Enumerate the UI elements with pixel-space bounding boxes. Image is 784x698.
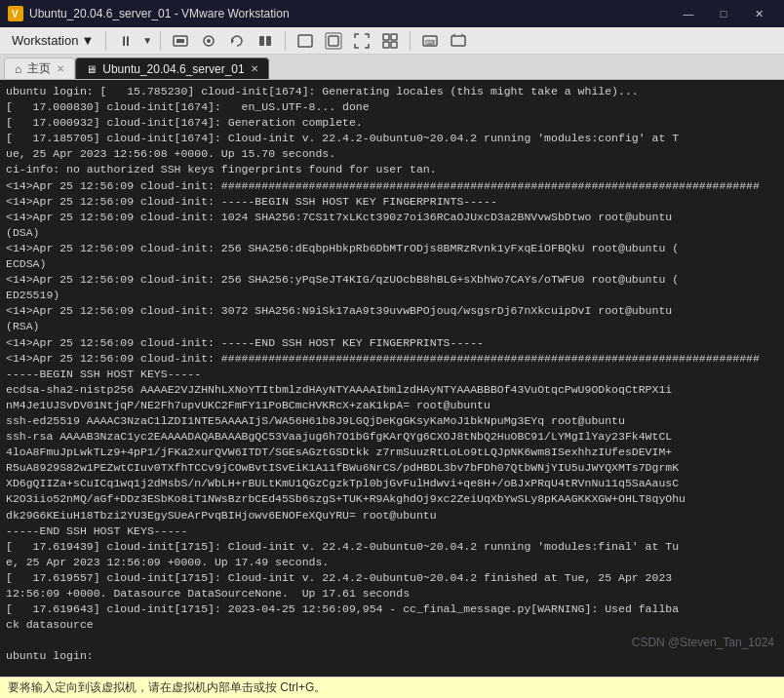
terminal-wrapper: ubuntu login: [ 15.785230] cloud-init[16…	[0, 80, 784, 677]
menu-bar: Workstation ▼ ⏸ ▼	[0, 27, 784, 55]
status-text: 要将输入定向到该虚拟机，请在虚拟机内部单击或按 Ctrl+G。	[8, 679, 326, 696]
svg-text:⌨: ⌨	[425, 39, 435, 46]
svg-rect-13	[391, 34, 397, 40]
unity-button[interactable]	[376, 29, 404, 53]
svg-text:V: V	[12, 9, 19, 19]
svg-rect-18	[451, 36, 465, 46]
server-tab-label: Ubuntu_20.04.6_server_01	[102, 62, 244, 76]
svg-rect-15	[391, 42, 397, 48]
toolbar-divider-4	[410, 31, 411, 51]
svg-point-5	[207, 39, 211, 43]
send-ctrl-alt-del-button[interactable]	[167, 29, 194, 53]
tab-home[interactable]: ⌂ 主页 ✕	[4, 58, 75, 79]
status-bar: 要将输入定向到该虚拟机，请在虚拟机内部单击或按 Ctrl+G。	[0, 677, 784, 698]
svg-rect-10	[329, 36, 338, 46]
home-tab-label: 主页	[27, 60, 51, 77]
tab-server01[interactable]: 🖥 Ubuntu_20.04.6_server_01 ✕	[75, 58, 268, 79]
home-tab-close[interactable]: ✕	[57, 63, 64, 74]
fit-guest-button[interactable]	[320, 29, 347, 53]
title-bar: V Ubuntu_20.04.6_server_01 - VMware Work…	[0, 0, 784, 27]
view-toolbar-group	[292, 29, 404, 53]
snapshot-button[interactable]	[195, 29, 222, 53]
window-controls: — □ ✕	[671, 0, 776, 27]
svg-rect-3	[176, 39, 184, 43]
server-tab-close[interactable]: ✕	[251, 63, 258, 74]
send-ctrl-button[interactable]: ⌨	[416, 29, 444, 53]
pause-chevron[interactable]: ▼	[140, 29, 154, 53]
svg-rect-7	[259, 36, 264, 46]
workstation-menu[interactable]: Workstation ▼	[4, 30, 101, 51]
screenshot-button[interactable]	[445, 29, 472, 53]
toolbar-divider-2	[160, 31, 161, 51]
app-icon: V	[8, 6, 23, 21]
terminal-content[interactable]: ubuntu login: [ 15.785230] cloud-init[16…	[0, 80, 784, 668]
home-tab-icon: ⌂	[15, 62, 21, 76]
full-screen-button[interactable]	[348, 29, 375, 53]
maximize-button[interactable]: □	[706, 0, 741, 27]
suspend-button[interactable]	[252, 29, 279, 53]
svg-rect-12	[383, 34, 389, 40]
svg-rect-8	[266, 36, 271, 46]
revert-button[interactable]	[223, 29, 251, 53]
minimize-button[interactable]: —	[671, 0, 706, 27]
workstation-label: Workstation	[12, 33, 78, 48]
pause-button[interactable]: ⏸	[112, 29, 139, 53]
svg-rect-14	[383, 42, 389, 48]
tab-bar: ⌂ 主页 ✕ 🖥 Ubuntu_20.04.6_server_01 ✕	[0, 55, 784, 80]
server-tab-icon: 🖥	[86, 63, 97, 75]
toolbar-divider-3	[285, 31, 286, 51]
console-toolbar-group: ⌨	[416, 29, 472, 53]
vm-toolbar-group	[167, 29, 279, 53]
workstation-chevron: ▼	[81, 33, 94, 48]
pause-group: ⏸ ▼	[112, 29, 154, 53]
window-title: Ubuntu_20.04.6_server_01 - VMware Workst…	[29, 7, 671, 20]
svg-rect-9	[298, 35, 312, 47]
fit-window-button[interactable]	[292, 29, 319, 53]
toolbar-divider-1	[105, 31, 106, 51]
close-button[interactable]: ✕	[741, 0, 776, 27]
